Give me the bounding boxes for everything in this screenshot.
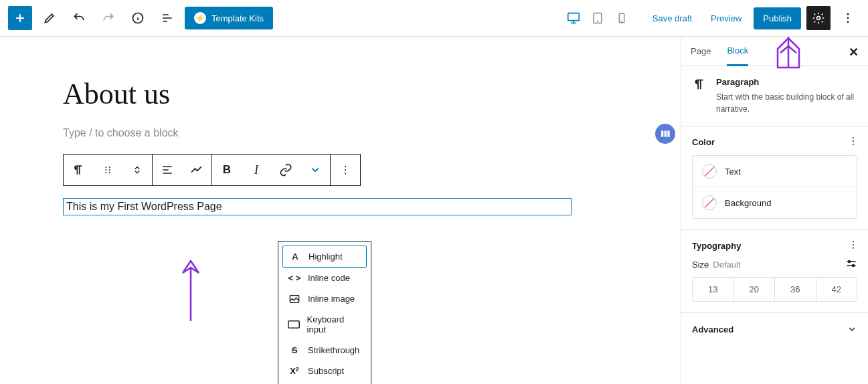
dd-label: Strikethrough [308,345,359,355]
block-info-title: Paragraph [716,77,857,87]
highlight-icon: A [288,252,302,262]
align-button[interactable] [153,155,182,185]
dropdown-item-inline-image[interactable]: Inline image [282,288,367,309]
italic-button[interactable]: I [242,155,271,185]
svg-point-31 [853,265,855,267]
editor-topbar: ⚡ Template Kits Save draft Preview Publi… [0,0,868,37]
dropdown-item-keyboard[interactable]: Keyboard input [282,309,367,340]
svg-rect-1 [568,13,580,21]
tablet-view-button[interactable] [587,7,608,29]
typography-heading: Typography [692,241,857,251]
float-badge[interactable] [655,124,675,144]
save-draft-button[interactable]: Save draft [646,8,699,29]
svg-point-24 [853,137,854,138]
move-button[interactable] [122,155,152,185]
paragraph-block[interactable]: This is my First WordPress Page [63,198,572,215]
size-option-13[interactable]: 13 [693,278,734,301]
svg-point-29 [853,248,854,249]
image-icon [288,294,301,304]
mobile-view-button[interactable] [611,7,632,29]
size-option-42[interactable]: 42 [816,278,857,301]
block-placeholder-hint[interactable]: Type / to choose a block [63,127,572,139]
svg-point-9 [847,21,849,23]
preview-button[interactable]: Preview [704,8,748,29]
bg-color-label: Background [725,198,771,208]
chevron-down-icon [847,324,857,334]
strike-icon: S [288,345,301,355]
svg-point-12 [105,169,106,171]
outline-button[interactable] [155,6,179,30]
svg-point-28 [853,244,854,246]
more-formats-button[interactable] [300,155,330,185]
dd-label: Inline code [308,273,350,283]
color-panel: Color Text Background [681,126,868,230]
size-option-36[interactable]: 36 [775,278,816,301]
svg-point-14 [105,172,106,173]
typography-panel: Typography Size Default 13 20 36 42 [681,230,868,313]
tab-page[interactable]: Page [691,37,711,65]
svg-point-13 [109,169,110,171]
text-color-label: Text [725,167,741,177]
size-default: Default [713,260,740,270]
undo-button[interactable] [67,6,91,30]
page-title[interactable]: About us [63,77,572,111]
svg-point-7 [847,13,849,15]
dd-label: Subscript [308,366,344,376]
desktop-view-button[interactable] [563,7,584,29]
svg-point-17 [345,169,346,171]
svg-rect-22 [665,130,667,136]
template-kits-label: Template Kits [211,13,264,23]
size-slider-button[interactable] [845,259,857,270]
advanced-panel[interactable]: Advanced [681,313,868,345]
size-options: 13 20 36 42 [692,277,857,302]
bolt-icon: ⚡ [194,12,206,24]
edit-tool-button[interactable] [37,6,62,30]
svg-point-10 [105,167,106,168]
svg-point-30 [849,261,851,263]
template-kits-button[interactable]: ⚡ Template Kits [185,7,273,29]
format-dropdown: A Highlight < > Inline code Inline image… [278,241,371,384]
dropdown-item-subscript[interactable]: X2 Subscript [282,361,367,381]
close-sidebar-button[interactable]: ✕ [849,45,859,60]
tab-block[interactable]: Block [727,37,748,66]
add-block-button[interactable] [8,6,32,30]
annotation-arrow-1 [177,254,204,321]
dropdown-item-superscript[interactable]: X2 Superscript [282,381,367,384]
svg-rect-21 [661,130,663,136]
svg-point-11 [109,167,110,168]
text-color-swatch [702,164,717,179]
size-option-20[interactable]: 20 [734,278,776,301]
styles-button[interactable] [182,155,211,185]
paragraph-icon [692,77,707,115]
svg-point-6 [817,17,820,20]
svg-point-25 [853,140,854,142]
svg-point-8 [847,17,849,19]
device-preview-group [563,7,632,29]
svg-rect-20 [288,321,300,328]
color-options-button[interactable] [848,136,859,149]
redo-button[interactable] [96,6,120,30]
block-type-button[interactable] [64,155,93,185]
color-heading: Color [692,137,857,147]
block-more-button[interactable] [331,155,360,185]
info-button[interactable] [126,6,150,30]
svg-point-3 [597,21,598,22]
typography-options-button[interactable] [848,239,859,252]
advanced-heading: Advanced [692,324,733,334]
svg-point-16 [345,166,346,167]
drag-handle-button[interactable] [93,155,122,185]
background-color-row[interactable]: Background [693,187,857,218]
block-info-panel: Paragraph Start with the basic building … [681,66,868,126]
more-options-button[interactable] [836,6,860,30]
block-toolbar: B I [63,154,361,186]
bold-button[interactable]: B [212,155,242,185]
link-button[interactable] [271,155,300,185]
dropdown-item-strikethrough[interactable]: S Strikethrough [282,340,367,361]
svg-rect-23 [667,130,669,136]
dropdown-item-highlight[interactable]: A Highlight [282,246,367,268]
publish-button[interactable]: Publish [754,7,801,29]
text-color-row[interactable]: Text [693,156,857,187]
settings-button[interactable] [806,6,831,30]
bg-color-swatch [702,195,717,210]
dropdown-item-inline-code[interactable]: < > Inline code [282,268,367,288]
